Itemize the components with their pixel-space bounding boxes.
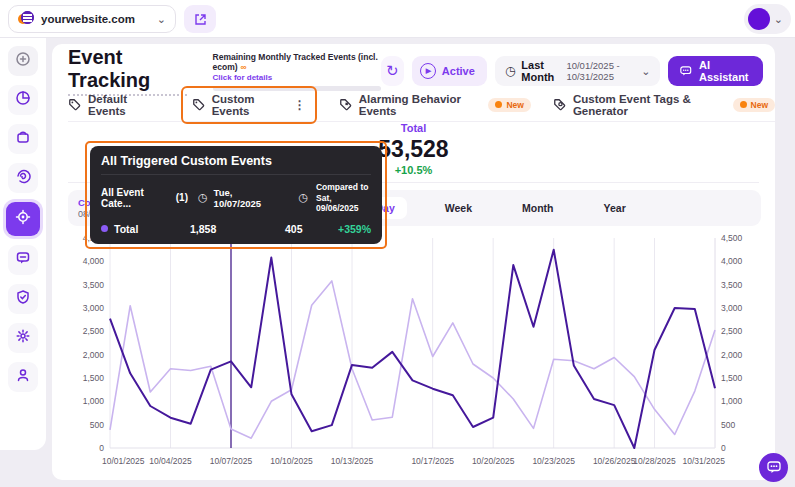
date-range-value: 10/01/2025 - 10/31/2025 [566,60,635,82]
details-link[interactable]: Click for details [213,73,381,82]
tab-default-events[interactable]: Default Events [68,93,159,117]
kebab-menu-icon[interactable]: ⋮ [294,98,306,112]
show-by-option-month[interactable]: Month [510,197,566,219]
radar-icon [15,168,31,188]
open-site-button[interactable] [184,5,216,33]
sidebar-item-settings[interactable] [8,323,38,353]
new-badge: New [488,98,530,112]
svg-text:4,000: 4,000 [721,256,743,266]
svg-text:2,500: 2,500 [721,326,743,336]
external-link-icon [194,13,207,26]
clock-icon: ◷ [198,191,208,204]
play-icon: ▶ [420,63,436,79]
sidebar-item-event-tracking[interactable] [6,202,40,236]
svg-text:1,000: 1,000 [83,396,105,406]
tag-generator-icon [553,98,567,112]
account-menu[interactable]: ⌄ [744,4,791,34]
tab-custom-event-tags-generator[interactable]: Custom Event Tags & GeneratorNew [553,93,775,117]
remaining-events-label: Remaining Monthly Tracked Events (incl. … [213,52,381,72]
shield-check-icon [15,289,31,309]
new-badge: New [733,98,775,112]
pie-chart-icon [15,90,31,110]
tooltip-compared-value: 405 [285,223,338,235]
tag-alert-icon [339,98,353,112]
sidebar-item-analytics[interactable] [8,85,38,115]
sidebar [0,38,46,450]
stat-label: Total [52,122,775,134]
ai-assistant-button[interactable]: AI Assistant [668,56,763,86]
svg-text:10/20/2025: 10/20/2025 [472,456,515,466]
svg-text:3,500: 3,500 [721,280,743,290]
sidebar-item-security[interactable] [8,284,38,314]
tab-label: Alarming Behavior Events [359,93,483,117]
svg-text:4,000: 4,000 [83,256,105,266]
tag-icon [68,98,82,112]
remaining-events-widget: Remaining Monthly Tracked Events (incl. … [213,52,381,91]
refresh-icon: ↻ [386,62,399,80]
clock-icon: ◷ [505,64,515,78]
tab-label: Default Events [88,93,159,117]
card-header: Event Tracking Remaining Monthly Tracked… [68,52,763,90]
shopping-bag-icon [15,129,31,149]
show-by-option-year[interactable]: Year [592,197,638,219]
tab-alarming-behavior-events[interactable]: Alarming Behavior EventsNew [339,93,531,117]
ai-assistant-label: AI Assistant [699,59,751,83]
site-selector[interactable]: yourwebsite.com ⌄ [8,5,176,33]
events-line-chart[interactable]: 005005001,0001,0001,5001,5002,0002,0002,… [68,232,759,472]
show-by-option-week[interactable]: Week [433,197,484,219]
sidebar-item-add[interactable] [8,46,38,76]
tab-label: Custom Events [212,93,284,117]
svg-text:10/13/2025: 10/13/2025 [331,456,374,466]
tag-icon [192,98,206,112]
sidebar-item-store[interactable] [8,124,38,154]
tooltip-date: Tue, 10/07/2025 [214,187,277,209]
status-active-label: Active [442,65,475,77]
top-bar: yourwebsite.com ⌄ ⌄ [0,0,795,38]
svg-text:500: 500 [721,420,735,430]
tab-custom-events[interactable]: Custom Events⋮ [181,86,317,124]
svg-text:0: 0 [721,443,726,453]
period-label: Last Month [521,59,560,83]
chart-tooltip: All Triggered Custom Events All Event Ca… [85,141,387,249]
svg-text:2,000: 2,000 [83,350,105,360]
svg-text:10/10/2025: 10/10/2025 [270,456,313,466]
date-range-selector[interactable]: ◷ Last Month 10/01/2025 - 10/31/2025 ⌄ [495,56,661,86]
tooltip-current-value: 1,858 [190,223,285,235]
svg-text:10/17/2025: 10/17/2025 [411,456,454,466]
svg-text:10/23/2025: 10/23/2025 [532,456,575,466]
tooltip-title: All Triggered Custom Events [101,154,371,175]
chart-area: 005005001,0001,0001,5001,5002,0002,0002,… [68,232,759,472]
avatar [748,8,770,30]
user-pin-icon [15,367,31,387]
svg-text:1,000: 1,000 [721,396,743,406]
infinity-icon: ∞ [241,62,247,72]
status-active-button[interactable]: ▶ Active [412,56,487,86]
svg-text:1,500: 1,500 [83,373,105,383]
svg-text:10/04/2025: 10/04/2025 [149,456,192,466]
svg-text:10/31/2025: 10/31/2025 [682,456,725,466]
tooltip-change: +359% [338,223,371,235]
svg-text:1,500: 1,500 [721,373,743,383]
svg-text:0: 0 [99,443,104,453]
page-title: Event Tracking [68,46,187,96]
svg-text:10/26/2025: 10/26/2025 [593,456,636,466]
clock-icon: ◷ [298,191,308,204]
sidebar-item-live[interactable] [8,163,38,193]
refresh-button[interactable]: ↻ [381,56,404,86]
tabs-row: Default EventsCustom Events⋮Alarming Beh… [68,92,775,122]
main-card: Event Tracking Remaining Monthly Tracked… [52,44,775,480]
sidebar-item-account[interactable] [8,362,38,392]
sidebar-item-feedback[interactable] [8,245,38,275]
svg-text:10/01/2025: 10/01/2025 [102,456,145,466]
chevron-down-icon: ⌄ [641,66,650,77]
svg-text:2,000: 2,000 [721,350,743,360]
tooltip-compared: Compared toSat, 09/06/2025 [316,182,371,214]
chat-bubble-icon [767,461,781,474]
tab-label: Custom Event Tags & Generator [573,93,727,117]
chevron-down-icon: ⌄ [157,14,166,25]
chevron-down-icon: ⌄ [774,14,783,25]
support-chat-fab[interactable] [759,453,788,482]
tooltip-series-label: Total [114,223,190,235]
svg-text:3,000: 3,000 [721,303,743,313]
target-scan-icon [15,209,31,229]
